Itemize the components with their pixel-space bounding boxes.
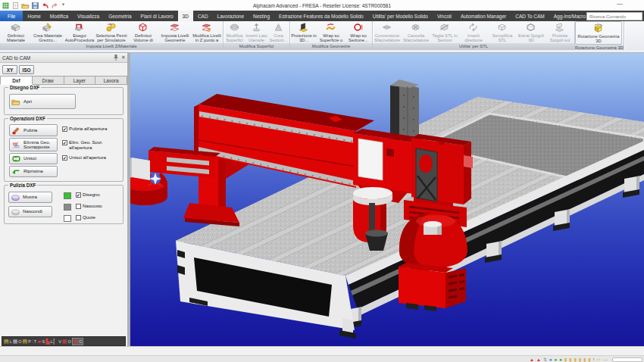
menu-tab-piani-di-lavoro[interactable]: Piani di Lavoro (136, 11, 178, 21)
menu-tab-vincoli[interactable]: Vincoli (433, 11, 456, 21)
ribbon-button-proietta-spigoli-sul-piano-cor[interactable]: Proietta Spigoli sul Piano Corrente (546, 21, 574, 43)
status-icon-7[interactable]: ▮ (569, 357, 571, 362)
status-icon-9[interactable]: ▮ (579, 357, 581, 362)
ribbon-button-definisci-volume-di-lavoro[interactable]: Definisci Volume di Lavoro (127, 21, 159, 43)
status-icon-0[interactable]: ▲ (530, 357, 534, 362)
ribbon-button-modifica-superfici[interactable]: Modifica Superfici (224, 21, 245, 43)
color-swatch[interactable] (64, 215, 71, 222)
panel-button-elimina-geo-sovrapposte[interactable]: Elimina Geo. Sovrapposte (9, 138, 58, 151)
mini-tool-brush-icon[interactable]: ▰S (37, 339, 45, 345)
panel-button-unisci[interactable]: Unisci (9, 153, 58, 164)
checkbox-box[interactable]: ✔ (62, 140, 67, 145)
ribbon-button-label: Crea Sezioni... (267, 33, 289, 43)
ribbon-button-semplifica-stl[interactable]: Semplifica STL (488, 21, 517, 43)
ribbon-button-wrap-su-sezione[interactable]: Wrap su Sezione... (345, 21, 372, 43)
ribbon-button-label: Modifica Livelli in Z punto a punto (191, 33, 223, 43)
menu-tab-geometria[interactable]: Geometria (104, 11, 136, 21)
menu-tab-file[interactable]: File (0, 11, 23, 21)
status-icon-12[interactable]: ! (593, 357, 595, 362)
status-icon-3[interactable]: ● (549, 357, 552, 362)
ribbon-button-crea-sezioni[interactable]: Crea Sezioni... (267, 21, 289, 43)
ribbon-button-cancella-sfaccettature-stl[interactable]: Cancella Sfaccettature STL (402, 21, 430, 43)
ribbon-button-crea-materiale-grezzo[interactable]: Crea Materiale Grezzo... (32, 21, 64, 43)
ribbon-button-imposta-livelli-geometrie[interactable]: Imposta Livelli Geometrie (159, 21, 191, 43)
ribbon-button-wrap-su-superficie-o-solido[interactable]: Wrap su Superficie o Solido... (317, 21, 345, 43)
join-icon (11, 154, 21, 163)
panel-button-pulizia[interactable]: Pulizia (9, 124, 58, 136)
menu-tab-lavorazione[interactable]: Lavorazione (213, 11, 249, 21)
panel-button-nascondi[interactable]: Nascondi (8, 206, 52, 217)
checkbox-elim-geo-sovr-all-apertura[interactable]: ✔Elim. Geo. Sovr. all'apertura (62, 140, 120, 151)
status-icon-1[interactable]: ▲ (536, 357, 541, 362)
view-button-iso[interactable]: ISO (19, 65, 34, 74)
panel-button-apri[interactable]: Apri (9, 94, 76, 109)
status-icon-2[interactable]: ⇅ (543, 357, 547, 362)
menu-tab-cad[interactable]: CAD (193, 11, 213, 21)
menu-tab-cad-to-cam[interactable]: CAD To CAM (511, 11, 549, 21)
mini-tool-machine-icon[interactable]: ▙L (45, 339, 52, 345)
panel-button-mostra[interactable]: Mostra (8, 192, 52, 203)
mini-tool-folder-icon[interactable]: ▤P (23, 339, 31, 345)
mini-tool-grid-icon[interactable]: ▦O (62, 339, 71, 345)
status-icon-10[interactable]: ▮ (583, 357, 586, 362)
status-icon-6[interactable]: ▮ (564, 357, 567, 362)
status-icon-8[interactable]: ▮ (574, 357, 576, 362)
menu-tab-visualizza[interactable]: Visualizza (73, 11, 104, 21)
status-icon-13[interactable]: ▭ (596, 357, 601, 362)
mini-tool-tool-icon[interactable]: ▨C (72, 338, 84, 345)
command-search-input[interactable]: Ricerca Comando (586, 12, 642, 20)
menu-tab-agg-ins-macro[interactable]: Agg-Ins/Macro (549, 11, 590, 21)
ribbon-button-rotazione-geometria-3d[interactable]: Rotazione Geometria 3D (575, 21, 622, 45)
menu-tab-automation-manager[interactable]: Automation Manager (456, 11, 511, 21)
ribbon-button-label: Inverti direzione facce (459, 33, 488, 43)
close-icon[interactable]: ✕ (120, 54, 127, 61)
group-title: Disegno DXF (8, 85, 41, 90)
panel-tab-dxf[interactable]: Dxf (0, 76, 33, 85)
ribbon-button-inverti-direzione-facce[interactable]: Inverti direzione facce (459, 21, 488, 43)
checkbox-box[interactable] (76, 215, 81, 220)
pin-icon[interactable] (112, 54, 120, 61)
checkbox-box[interactable] (76, 204, 81, 209)
color-swatch[interactable] (64, 192, 71, 199)
menu-tab-nesting[interactable]: Nesting (249, 11, 274, 21)
panel-button-ripristina[interactable]: Ripristina (9, 166, 58, 177)
ribbon-group-rotazione-geometria-3d: Rotazione Geometria 3DRotazione Geometri… (575, 21, 624, 50)
ribbon-button-esegui-autoprocedura[interactable]: Esegui AutoProcedura (64, 21, 95, 43)
panel-tab-draw[interactable]: Draw (33, 76, 64, 85)
checkbox-box[interactable]: ✔ (62, 126, 67, 132)
ribbon-button-conversione-sfaccettature-stl-[interactable]: Conversione Sfaccettature STL in polilin… (373, 21, 402, 43)
menu-tab-utilita-per-modello-solido[interactable]: Utilita' per Modello Solido (368, 11, 433, 21)
ribbon-button-proiezione-in-3d[interactable]: Proiezione in 3D... (290, 21, 317, 43)
ribbon-button-modifica-livelli-in-z-punto-a-[interactable]: Modifica Livelli in Z punto a punto (191, 21, 223, 43)
menu-tab-3d[interactable]: 3D (178, 11, 193, 21)
minimize-button[interactable]: — (617, 0, 623, 7)
mini-tool-ortho-icon[interactable]: ▦O (13, 339, 22, 345)
mini-tool-points-icon[interactable]: ⁞T (32, 339, 36, 345)
menu-tab-home[interactable]: Home (23, 11, 45, 21)
view-button-xy[interactable]: XY (2, 65, 17, 74)
ribbon-button-definisci-materiale-grezzo[interactable]: Definisci Materiale Grezzo (0, 21, 32, 43)
panel-tab-lavora[interactable]: Lavora (95, 76, 127, 85)
panel-tab-layer[interactable]: Layer (64, 76, 96, 85)
color-swatch[interactable] (64, 204, 71, 211)
menu-tab-modifica[interactable]: Modifica (45, 11, 73, 21)
checkbox-unisci-all-apertura[interactable]: ✔Unisci all'apertura (62, 155, 120, 161)
ribbon-button-estrai-spigoli-3d[interactable]: Estrai Spigoli 3D (517, 21, 546, 43)
ribbon-button-taglia-stl-in-sezioni[interactable]: Taglia STL in Sezioni (430, 21, 459, 43)
status-icon-14[interactable]: — (603, 357, 608, 362)
status-icons: ▲▲⇅●●●▮▮▮▮▮▮!▭— (530, 357, 608, 362)
status-icon-5[interactable]: ● (559, 357, 562, 362)
viewport-3d[interactable] (130, 53, 644, 346)
mini-tool-layers-icon[interactable]: ▤L (4, 339, 12, 345)
ribbon-button-inverti-lato-utensile[interactable]: Inverti Lato Utensile (245, 21, 267, 43)
mini-tool-bar-icon[interactable]: ▏V (54, 339, 61, 345)
checkbox-pulizia-all-apertura[interactable]: ✔Pulizia all'apertura (62, 126, 120, 132)
checkbox-box[interactable]: ✔ (62, 155, 67, 161)
checkbox-box[interactable]: ✔ (76, 192, 81, 198)
menu-tab-estrazione-features-da-modello[interactable]: Estrazione Features da Modello Solido (274, 11, 368, 21)
status-icon-11[interactable]: ▮ (588, 357, 590, 362)
ribbon-button-seleziona-pezzi-per-simulatore[interactable]: Seleziona Pezzi per Simulatore (95, 21, 127, 43)
status-icon-4[interactable]: ● (555, 357, 558, 362)
panel-button-label: Elimina Geo. Sovrapposte (23, 140, 55, 150)
simulator-parts-icon (105, 22, 117, 33)
